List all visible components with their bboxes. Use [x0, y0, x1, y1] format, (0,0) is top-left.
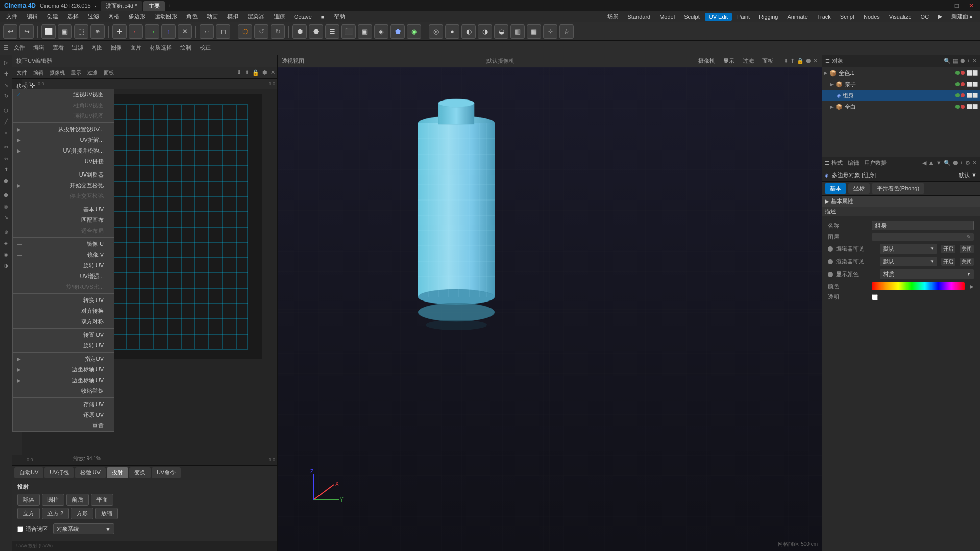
menu-render[interactable]: 渲染器 [243, 12, 268, 21]
sidebar-pinch-icon[interactable]: ◑ [1, 260, 11, 270]
menu-character[interactable]: 角色 [182, 12, 202, 21]
world-btn[interactable]: ↔ [200, 24, 214, 39]
transparent-checkbox[interactable] [872, 294, 878, 300]
rot-x-btn[interactable]: ← [129, 24, 143, 39]
menu-square[interactable]: ■ [317, 13, 329, 21]
obj-dot-red4[interactable] [961, 105, 965, 109]
sidebar-scale-icon[interactable]: ⤡ [1, 80, 11, 90]
uv-menu-file[interactable]: 文件 [14, 69, 30, 77]
obj-search-icon[interactable]: 🔍 [944, 58, 951, 64]
obj-arrow-4[interactable]: ▶ [830, 105, 834, 109]
uv-lock-icon[interactable]: 🔒 [252, 69, 259, 76]
uv-zoom-icon2[interactable]: ⬆ [244, 69, 249, 76]
obj-add-icon[interactable]: + [967, 58, 970, 64]
close-btn[interactable]: ✕ [967, 2, 976, 9]
menu2-view[interactable]: 查看 [50, 43, 67, 53]
menu2-face[interactable]: 面片 [127, 43, 144, 53]
toolbar2-menu[interactable]: ☰ [3, 44, 9, 52]
proj-cube2-btn[interactable]: 立方 2 [42, 508, 69, 519]
vp-btn1[interactable]: ⬇ [783, 58, 788, 64]
obj-dot-red2[interactable] [961, 82, 965, 86]
props-nav-back[interactable]: ◀ [922, 160, 926, 166]
sidebar-ring-icon[interactable]: ◎ [1, 201, 11, 211]
undo-btn[interactable]: ↩ [3, 24, 17, 39]
sidebar-magnet-icon[interactable]: ⊛ [1, 227, 11, 237]
menu-trackfull[interactable]: Track [813, 13, 835, 21]
sidebar-select-icon[interactable]: ▷ [1, 57, 11, 67]
file-tab[interactable]: 洗面奶.c4d * [101, 1, 142, 11]
tab-phong[interactable]: 平滑着色(Phong) [872, 183, 924, 194]
tab-project[interactable]: 投射 [107, 467, 128, 478]
rot-z-btn[interactable]: ↑ [161, 24, 176, 39]
proj-cube-btn[interactable]: 立方 [17, 508, 40, 519]
add-tab-btn[interactable]: + [166, 3, 173, 9]
uv-close-icon[interactable]: ✕ [271, 69, 275, 76]
dd-uv-enhance[interactable]: UV增强... [13, 271, 114, 282]
scale-btn[interactable]: ✕ [178, 24, 192, 39]
poly-btn[interactable]: ↻ [271, 24, 285, 39]
menu-oc[interactable]: OC [917, 13, 934, 21]
dd-uv-stitch[interactable]: ▶UV拼接并松弛... [13, 145, 114, 156]
view-menu-filter[interactable]: 过滤 [741, 57, 756, 65]
uv-menu-panel[interactable]: 面板 [101, 69, 116, 77]
view-menu-camera[interactable]: 摄像机 [696, 57, 717, 65]
menu-help[interactable]: 帮助 [330, 12, 349, 21]
props-nav-up[interactable]: ▲ [928, 160, 934, 166]
menu-mesh[interactable]: 网格 [104, 12, 124, 21]
sidebar-move-icon[interactable]: ✚ [1, 68, 11, 79]
uv-canvas[interactable]: 0.0 0.0 1.0 [12, 79, 277, 465]
fit-selection-input[interactable] [17, 526, 23, 532]
menu-uvedit[interactable]: UV Edit [705, 13, 732, 21]
menu-animate[interactable]: 动画 [203, 12, 222, 21]
prop-input-name[interactable] [872, 221, 974, 230]
dd-restore-uv[interactable]: 还原 UV [13, 410, 114, 420]
obj-vis-2[interactable]: ⬜⬜ [967, 82, 978, 87]
dd-fit-canvas[interactable]: 匹配画布 [13, 215, 114, 226]
uv-menu-edit[interactable]: 编辑 [31, 69, 46, 77]
menu-file[interactable]: 文件 [2, 12, 21, 21]
dd-align-transform[interactable]: 对齐转换 [13, 306, 114, 316]
desc-section-header[interactable]: 描述 [822, 207, 980, 216]
sidebar-smooth-icon[interactable]: ◉ [1, 249, 11, 259]
sidebar-rot-icon[interactable]: ↻ [1, 91, 11, 101]
sidebar-brush-icon[interactable]: ◈ [1, 238, 11, 248]
local-btn[interactable]: ◻ [216, 24, 230, 39]
tab-uv-cmd[interactable]: UV命令 [152, 467, 181, 478]
menu2-image[interactable]: 图像 [108, 43, 125, 53]
obj-grid-icon[interactable]: ▦ [953, 58, 958, 64]
obj-expand-icon[interactable]: ⬢ [960, 58, 965, 64]
dd-edge-axis-uv1[interactable]: ▶边坐标轴 UV [13, 364, 114, 375]
menu2-mesh[interactable]: 网图 [88, 43, 106, 53]
menu2-filter[interactable]: 过滤 [69, 43, 86, 53]
obj-row-parent[interactable]: ▶ 📦 亲子 ⬜⬜ [822, 79, 980, 90]
view-menu-display[interactable]: 显示 [721, 57, 737, 65]
color-swatch-container[interactable] [872, 282, 965, 290]
prop-value-layer[interactable]: ✎ [872, 233, 974, 241]
dd-edge-axis-uv2[interactable]: ▶边坐标轴 UV [13, 375, 114, 386]
proj-flat-btn[interactable]: 平面 [91, 494, 113, 506]
tab-basic[interactable]: 基本 [825, 183, 846, 194]
menu-create[interactable]: 创建 [43, 12, 62, 21]
editor-vis-dropdown[interactable]: 默认 ▼ [880, 244, 937, 254]
sidebar-edge-icon[interactable]: ╱ [1, 116, 11, 127]
proj-system-dropdown[interactable]: 对象系统 ▼ [53, 523, 114, 534]
tex-mode-btn[interactable]: ⬣ [309, 24, 323, 39]
menu-select[interactable]: 选择 [63, 12, 83, 21]
obj-arrow-2[interactable]: ▶ [830, 82, 834, 87]
select-all-btn[interactable]: ⬜ [41, 24, 56, 39]
obj-mode-btn[interactable]: ⬢ [292, 24, 307, 39]
dd-uv-relax[interactable]: UV到反器 [13, 169, 114, 180]
menu-play[interactable]: ▶ [934, 12, 946, 21]
menu-paint[interactable]: Paint [733, 13, 754, 21]
obj-dot-green1[interactable] [955, 71, 960, 75]
tab-auto-uv[interactable]: 自动UV [14, 467, 43, 478]
select-rect-btn[interactable]: ▣ [58, 24, 72, 39]
editor-vis-on[interactable]: 开启 [941, 245, 955, 253]
fit-selection-check[interactable]: 适合选区 [17, 525, 48, 533]
sidebar-loop-icon[interactable]: ⬢ [1, 190, 11, 200]
snap4-btn[interactable]: ◉ [407, 24, 421, 39]
dd-uv-stitch2[interactable]: UV拼接 [13, 156, 114, 167]
menu-poly[interactable]: 多边形 [125, 12, 150, 21]
vp-close[interactable]: ✕ [813, 58, 818, 64]
dd-reset-uv[interactable]: 重置 [13, 420, 114, 431]
